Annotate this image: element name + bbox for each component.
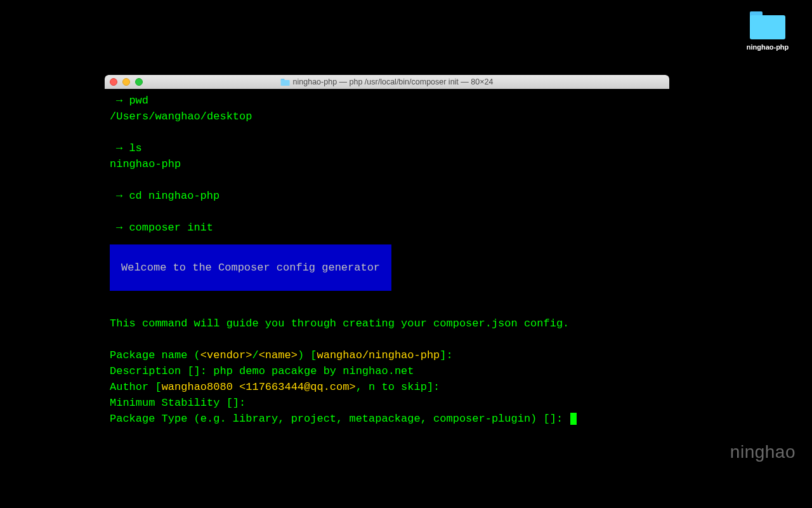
terminal-blank [110, 172, 664, 188]
watermark-text: ninghao [730, 442, 796, 462]
window-title-text: ninghao-php — php /usr/local/bin/compose… [293, 77, 494, 86]
prompt-arrow-icon: → [116, 190, 122, 202]
terminal-line: → cd ninghao-php [110, 188, 664, 204]
composer-welcome-box: Welcome to the Composer config generator [110, 244, 391, 291]
terminal-line: → ls [110, 140, 664, 156]
terminal-prompt-author: Author [wanghao8080 <117663444@qq.com>, … [110, 379, 664, 395]
terminal-output: This command will guide you through crea… [110, 316, 664, 331]
window-title: ninghao-php — php /usr/local/bin/compose… [281, 77, 494, 86]
terminal-output: /Users/wanghao/desktop [110, 109, 664, 124]
maximize-icon[interactable] [135, 78, 143, 86]
terminal-command: cd ninghao-php [129, 190, 219, 202]
terminal-output: ninghao-php [110, 156, 664, 172]
terminal-prompt-package: Package name (<vendor>/<name>) [wanghao/… [110, 347, 664, 363]
terminal-blank [110, 204, 664, 220]
desktop-folder-label: ninghao-php [747, 43, 789, 51]
terminal-cursor [570, 413, 577, 425]
terminal-command: composer init [129, 222, 213, 234]
terminal-blank [110, 331, 664, 347]
folder-icon [281, 79, 290, 86]
terminal-prompt-description: Description []: php demo pacakge by ning… [110, 363, 664, 379]
terminal-line: → composer init [110, 220, 664, 236]
window-titlebar[interactable]: ninghao-php — php /usr/local/bin/compose… [105, 75, 669, 89]
terminal-blank [110, 124, 664, 140]
folder-icon [750, 11, 785, 39]
terminal-prompt-stability: Minimum Stability []: [110, 395, 664, 411]
terminal-content[interactable]: → pwd /Users/wanghao/desktop → ls ningha… [105, 89, 669, 478]
window-controls [110, 78, 143, 86]
terminal-window[interactable]: ninghao-php — php /usr/local/bin/compose… [105, 75, 669, 478]
terminal-blank [110, 300, 664, 316]
terminal-prompt-pkgtype: Package Type (e.g. library, project, met… [110, 411, 664, 427]
close-icon[interactable] [110, 78, 117, 86]
terminal-command: ls [129, 142, 141, 154]
minimize-icon[interactable] [122, 78, 130, 86]
desktop-folder-icon[interactable]: ninghao-php [742, 11, 793, 51]
terminal-line: → pwd [110, 93, 664, 109]
prompt-arrow-icon: → [116, 142, 122, 154]
terminal-command: pwd [129, 95, 148, 107]
prompt-arrow-icon: → [116, 95, 122, 107]
prompt-arrow-icon: → [116, 222, 122, 234]
